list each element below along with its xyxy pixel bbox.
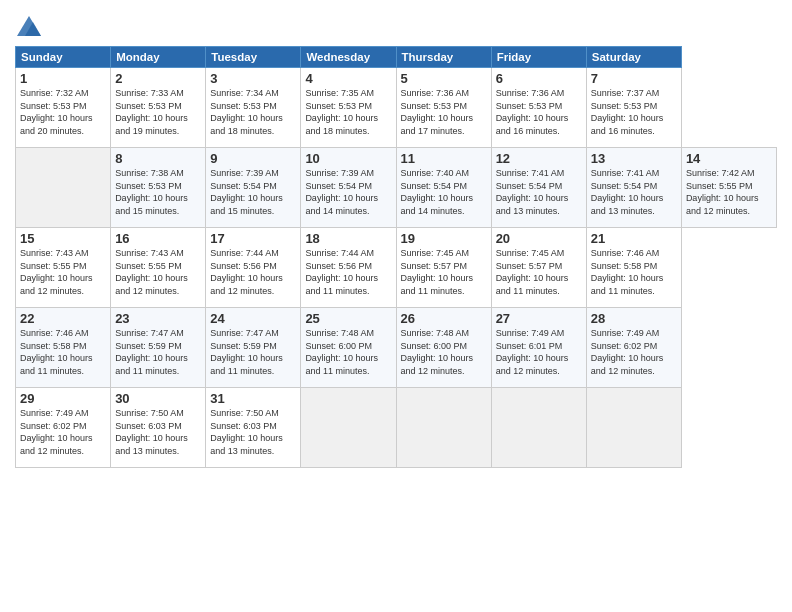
day-number: 22	[20, 311, 106, 326]
header	[15, 10, 777, 42]
day-number: 15	[20, 231, 106, 246]
calendar-cell: 15Sunrise: 7:43 AM Sunset: 5:55 PM Dayli…	[16, 228, 111, 308]
day-number: 31	[210, 391, 296, 406]
calendar-week-row: 8Sunrise: 7:38 AM Sunset: 5:53 PM Daylig…	[16, 148, 777, 228]
calendar-week-row: 15Sunrise: 7:43 AM Sunset: 5:55 PM Dayli…	[16, 228, 777, 308]
day-number: 18	[305, 231, 391, 246]
day-info: Sunrise: 7:46 AM Sunset: 5:58 PM Dayligh…	[591, 247, 677, 297]
calendar-week-row: 29Sunrise: 7:49 AM Sunset: 6:02 PM Dayli…	[16, 388, 777, 468]
calendar-table: SundayMondayTuesdayWednesdayThursdayFrid…	[15, 46, 777, 468]
page-container: SundayMondayTuesdayWednesdayThursdayFrid…	[0, 0, 792, 476]
day-number: 4	[305, 71, 391, 86]
day-info: Sunrise: 7:46 AM Sunset: 5:58 PM Dayligh…	[20, 327, 106, 377]
calendar-cell: 3Sunrise: 7:34 AM Sunset: 5:53 PM Daylig…	[206, 68, 301, 148]
day-number: 12	[496, 151, 582, 166]
day-info: Sunrise: 7:39 AM Sunset: 5:54 PM Dayligh…	[210, 167, 296, 217]
calendar-cell: 5Sunrise: 7:36 AM Sunset: 5:53 PM Daylig…	[396, 68, 491, 148]
day-number: 30	[115, 391, 201, 406]
day-info: Sunrise: 7:33 AM Sunset: 5:53 PM Dayligh…	[115, 87, 201, 137]
day-number: 3	[210, 71, 296, 86]
day-number: 24	[210, 311, 296, 326]
day-number: 28	[591, 311, 677, 326]
day-info: Sunrise: 7:44 AM Sunset: 5:56 PM Dayligh…	[210, 247, 296, 297]
calendar-cell: 27Sunrise: 7:49 AM Sunset: 6:01 PM Dayli…	[491, 308, 586, 388]
calendar-header-wednesday: Wednesday	[301, 47, 396, 68]
calendar-cell	[586, 388, 681, 468]
calendar-cell: 4Sunrise: 7:35 AM Sunset: 5:53 PM Daylig…	[301, 68, 396, 148]
calendar-cell: 21Sunrise: 7:46 AM Sunset: 5:58 PM Dayli…	[586, 228, 681, 308]
day-number: 25	[305, 311, 391, 326]
calendar-cell: 26Sunrise: 7:48 AM Sunset: 6:00 PM Dayli…	[396, 308, 491, 388]
day-number: 29	[20, 391, 106, 406]
day-number: 7	[591, 71, 677, 86]
calendar-cell: 14Sunrise: 7:42 AM Sunset: 5:55 PM Dayli…	[681, 148, 776, 228]
day-info: Sunrise: 7:41 AM Sunset: 5:54 PM Dayligh…	[591, 167, 677, 217]
day-number: 17	[210, 231, 296, 246]
day-info: Sunrise: 7:49 AM Sunset: 6:01 PM Dayligh…	[496, 327, 582, 377]
calendar-header-row: SundayMondayTuesdayWednesdayThursdayFrid…	[16, 47, 777, 68]
calendar-cell: 16Sunrise: 7:43 AM Sunset: 5:55 PM Dayli…	[111, 228, 206, 308]
day-info: Sunrise: 7:48 AM Sunset: 6:00 PM Dayligh…	[401, 327, 487, 377]
calendar-cell: 25Sunrise: 7:48 AM Sunset: 6:00 PM Dayli…	[301, 308, 396, 388]
calendar-cell: 24Sunrise: 7:47 AM Sunset: 5:59 PM Dayli…	[206, 308, 301, 388]
calendar-cell	[396, 388, 491, 468]
day-info: Sunrise: 7:45 AM Sunset: 5:57 PM Dayligh…	[401, 247, 487, 297]
calendar-cell: 9Sunrise: 7:39 AM Sunset: 5:54 PM Daylig…	[206, 148, 301, 228]
calendar-cell: 28Sunrise: 7:49 AM Sunset: 6:02 PM Dayli…	[586, 308, 681, 388]
calendar-cell: 18Sunrise: 7:44 AM Sunset: 5:56 PM Dayli…	[301, 228, 396, 308]
day-number: 9	[210, 151, 296, 166]
calendar-cell: 12Sunrise: 7:41 AM Sunset: 5:54 PM Dayli…	[491, 148, 586, 228]
day-info: Sunrise: 7:48 AM Sunset: 6:00 PM Dayligh…	[305, 327, 391, 377]
calendar-header-monday: Monday	[111, 47, 206, 68]
day-info: Sunrise: 7:39 AM Sunset: 5:54 PM Dayligh…	[305, 167, 391, 217]
calendar-cell: 19Sunrise: 7:45 AM Sunset: 5:57 PM Dayli…	[396, 228, 491, 308]
day-info: Sunrise: 7:49 AM Sunset: 6:02 PM Dayligh…	[591, 327, 677, 377]
day-number: 10	[305, 151, 391, 166]
day-number: 20	[496, 231, 582, 246]
calendar-cell: 30Sunrise: 7:50 AM Sunset: 6:03 PM Dayli…	[111, 388, 206, 468]
calendar-header-tuesday: Tuesday	[206, 47, 301, 68]
day-info: Sunrise: 7:47 AM Sunset: 5:59 PM Dayligh…	[210, 327, 296, 377]
day-info: Sunrise: 7:41 AM Sunset: 5:54 PM Dayligh…	[496, 167, 582, 217]
calendar-cell	[301, 388, 396, 468]
day-info: Sunrise: 7:43 AM Sunset: 5:55 PM Dayligh…	[20, 247, 106, 297]
day-info: Sunrise: 7:50 AM Sunset: 6:03 PM Dayligh…	[115, 407, 201, 457]
calendar-cell: 6Sunrise: 7:36 AM Sunset: 5:53 PM Daylig…	[491, 68, 586, 148]
day-number: 19	[401, 231, 487, 246]
day-number: 26	[401, 311, 487, 326]
calendar-cell: 17Sunrise: 7:44 AM Sunset: 5:56 PM Dayli…	[206, 228, 301, 308]
day-info: Sunrise: 7:36 AM Sunset: 5:53 PM Dayligh…	[401, 87, 487, 137]
calendar-week-row: 22Sunrise: 7:46 AM Sunset: 5:58 PM Dayli…	[16, 308, 777, 388]
day-info: Sunrise: 7:32 AM Sunset: 5:53 PM Dayligh…	[20, 87, 106, 137]
calendar-cell: 20Sunrise: 7:45 AM Sunset: 5:57 PM Dayli…	[491, 228, 586, 308]
calendar-header-friday: Friday	[491, 47, 586, 68]
day-number: 8	[115, 151, 201, 166]
calendar-week-row: 1Sunrise: 7:32 AM Sunset: 5:53 PM Daylig…	[16, 68, 777, 148]
day-number: 16	[115, 231, 201, 246]
day-number: 21	[591, 231, 677, 246]
day-number: 23	[115, 311, 201, 326]
calendar-cell: 11Sunrise: 7:40 AM Sunset: 5:54 PM Dayli…	[396, 148, 491, 228]
day-info: Sunrise: 7:47 AM Sunset: 5:59 PM Dayligh…	[115, 327, 201, 377]
calendar-cell	[16, 148, 111, 228]
day-number: 11	[401, 151, 487, 166]
day-number: 14	[686, 151, 772, 166]
day-number: 27	[496, 311, 582, 326]
calendar-cell: 29Sunrise: 7:49 AM Sunset: 6:02 PM Dayli…	[16, 388, 111, 468]
calendar-header-thursday: Thursday	[396, 47, 491, 68]
day-info: Sunrise: 7:44 AM Sunset: 5:56 PM Dayligh…	[305, 247, 391, 297]
day-number: 1	[20, 71, 106, 86]
calendar-cell: 13Sunrise: 7:41 AM Sunset: 5:54 PM Dayli…	[586, 148, 681, 228]
calendar-cell: 10Sunrise: 7:39 AM Sunset: 5:54 PM Dayli…	[301, 148, 396, 228]
day-info: Sunrise: 7:40 AM Sunset: 5:54 PM Dayligh…	[401, 167, 487, 217]
calendar-cell: 8Sunrise: 7:38 AM Sunset: 5:53 PM Daylig…	[111, 148, 206, 228]
day-number: 6	[496, 71, 582, 86]
day-info: Sunrise: 7:35 AM Sunset: 5:53 PM Dayligh…	[305, 87, 391, 137]
logo-icon	[15, 14, 43, 42]
day-info: Sunrise: 7:45 AM Sunset: 5:57 PM Dayligh…	[496, 247, 582, 297]
logo	[15, 14, 47, 42]
day-number: 5	[401, 71, 487, 86]
calendar-cell: 2Sunrise: 7:33 AM Sunset: 5:53 PM Daylig…	[111, 68, 206, 148]
day-info: Sunrise: 7:36 AM Sunset: 5:53 PM Dayligh…	[496, 87, 582, 137]
calendar-cell: 1Sunrise: 7:32 AM Sunset: 5:53 PM Daylig…	[16, 68, 111, 148]
